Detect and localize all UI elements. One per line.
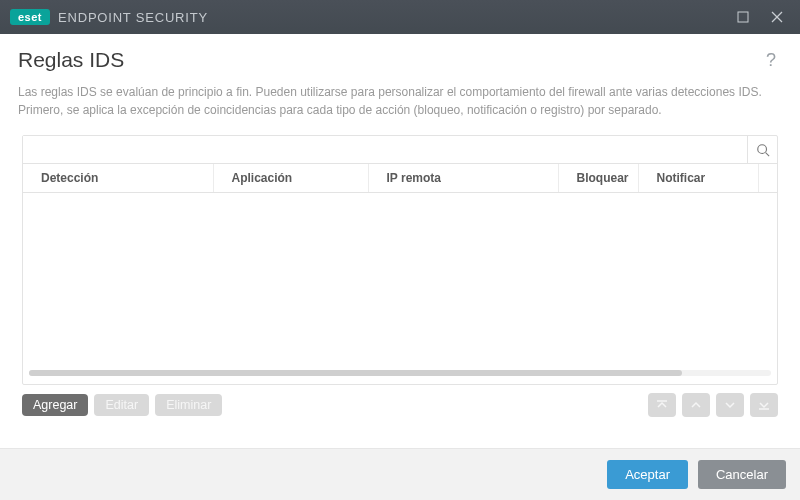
minimize-icon	[737, 11, 749, 23]
search-row	[23, 136, 777, 164]
close-button[interactable]	[760, 0, 794, 34]
move-top-icon	[656, 399, 668, 411]
move-top-button	[648, 393, 676, 417]
search-input[interactable]	[23, 136, 747, 163]
search-button[interactable]	[747, 136, 777, 163]
page-description: Las reglas IDS se evalúan de principio a…	[18, 83, 778, 119]
accept-button[interactable]: Aceptar	[607, 460, 688, 489]
column-header-remote-ip[interactable]: IP remota	[368, 164, 558, 193]
svg-line-4	[765, 152, 769, 156]
action-row: Agregar Editar Eliminar	[18, 385, 782, 417]
rules-table: Detección Aplicación IP remota Bloquear …	[23, 164, 777, 384]
chevron-up-icon	[690, 399, 702, 411]
svg-rect-0	[738, 12, 748, 22]
brand-badge: eset	[10, 9, 50, 25]
edit-button: Editar	[94, 394, 149, 416]
move-up-button	[682, 393, 710, 417]
content: Reglas IDS ? Las reglas IDS se evalúan d…	[0, 34, 800, 417]
chevron-down-icon	[724, 399, 736, 411]
move-bottom-icon	[758, 399, 770, 411]
search-icon	[756, 143, 770, 157]
minimize-button[interactable]	[726, 0, 760, 34]
page-title: Reglas IDS	[18, 48, 760, 72]
move-bottom-button	[750, 393, 778, 417]
rules-panel: Detección Aplicación IP remota Bloquear …	[22, 135, 778, 385]
column-header-application[interactable]: Aplicación	[213, 164, 368, 193]
scrollbar-thumb[interactable]	[29, 370, 682, 376]
svg-point-3	[757, 144, 766, 153]
add-button[interactable]: Agregar	[22, 394, 88, 416]
column-header-detection[interactable]: Detección	[23, 164, 213, 193]
footer: Aceptar Cancelar	[0, 448, 800, 500]
app-name: ENDPOINT SECURITY	[58, 10, 208, 25]
column-header-block[interactable]: Bloquear	[558, 164, 638, 193]
close-icon	[771, 11, 783, 23]
move-down-button	[716, 393, 744, 417]
titlebar: eset ENDPOINT SECURITY	[0, 0, 800, 34]
help-button[interactable]: ?	[760, 48, 782, 73]
delete-button: Eliminar	[155, 394, 222, 416]
column-header-notify[interactable]: Notificar	[638, 164, 758, 193]
cancel-button[interactable]: Cancelar	[698, 460, 786, 489]
column-header-log[interactable]: Regi	[758, 164, 777, 193]
rules-table-body[interactable]	[23, 193, 777, 368]
horizontal-scrollbar[interactable]	[29, 368, 771, 378]
